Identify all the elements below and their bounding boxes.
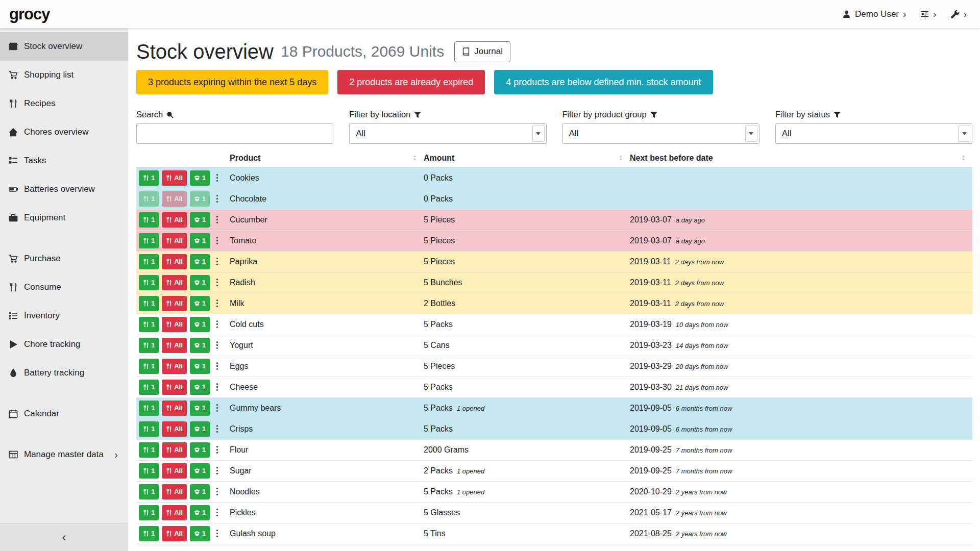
status-select[interactable]: All <box>775 123 972 144</box>
consume-one-button[interactable]: 1 <box>139 442 159 458</box>
consume-one-button[interactable]: 1 <box>139 400 159 416</box>
alert-warning[interactable]: 3 products expiring within the next 5 da… <box>136 70 328 94</box>
consume-one-button[interactable]: 1 <box>139 296 159 311</box>
consume-all-button[interactable]: All <box>162 505 187 520</box>
row-menu-button[interactable] <box>216 278 218 287</box>
col-product[interactable]: Product <box>230 149 424 167</box>
row-menu-button[interactable] <box>216 424 218 433</box>
consume-one-button[interactable]: 1 <box>139 505 159 520</box>
open-one-button[interactable]: 1 <box>190 212 210 228</box>
row-menu-button[interactable] <box>216 404 218 412</box>
row-menu-button[interactable] <box>216 257 218 266</box>
sidebar-item-equipment[interactable]: Equipment <box>0 204 128 232</box>
product-group-select[interactable]: All <box>562 123 760 144</box>
consume-all-button[interactable]: All <box>162 380 187 395</box>
open-one-button[interactable]: 1 <box>190 442 210 458</box>
journal-button[interactable]: Journal <box>454 41 510 62</box>
consume-all-button[interactable]: All <box>162 359 187 374</box>
sidebar-item-consume[interactable]: Consume <box>0 273 128 302</box>
open-one-button[interactable]: 1 <box>190 296 210 311</box>
row-menu-button[interactable] <box>216 194 218 203</box>
consume-one-button[interactable]: 1 <box>139 359 159 374</box>
row-menu-button[interactable] <box>216 445 218 454</box>
open-one-button[interactable]: 1 <box>190 359 210 374</box>
consume-all-button[interactable]: All <box>162 484 187 499</box>
consume-all-button[interactable]: All <box>162 463 187 479</box>
alert-info[interactable]: 4 products are below defined min. stock … <box>494 70 713 94</box>
sidebar-item-tasks[interactable]: Tasks <box>0 146 128 175</box>
consume-one-button[interactable]: 1 <box>139 338 159 353</box>
row-menu-button[interactable] <box>216 299 218 308</box>
open-one-button[interactable]: 1 <box>190 233 210 248</box>
settings-menu[interactable]: › <box>920 9 936 19</box>
admin-menu[interactable]: › <box>951 9 967 19</box>
row-menu-button[interactable] <box>216 320 218 329</box>
row-menu-button[interactable] <box>216 529 218 538</box>
sidebar-item-calendar[interactable]: Calendar <box>0 399 128 428</box>
consume-all-button[interactable]: All <box>162 170 187 186</box>
sidebar-item-shopping-list[interactable]: Shopping list <box>0 61 128 89</box>
consume-one-button[interactable]: 1 <box>139 463 159 479</box>
open-one-button[interactable]: 1 <box>190 317 210 332</box>
sidebar-item-stock-overview[interactable]: Stock overview <box>0 32 128 61</box>
consume-one-button[interactable]: 1 <box>139 254 159 269</box>
consume-all-button[interactable]: All <box>162 442 187 458</box>
consume-all-button[interactable]: All <box>162 338 187 353</box>
open-one-button[interactable]: 1 <box>190 484 210 499</box>
consume-one-button[interactable]: 1 <box>139 317 159 332</box>
consume-all-button[interactable]: All <box>162 191 187 207</box>
consume-all-button[interactable]: All <box>162 254 187 269</box>
consume-one-button[interactable]: 1 <box>139 484 159 499</box>
consume-one-button[interactable]: 1 <box>139 191 159 207</box>
consume-one-button[interactable]: 1 <box>139 212 159 228</box>
location-select[interactable]: All <box>349 123 546 144</box>
consume-all-button[interactable]: All <box>162 296 187 311</box>
open-one-button[interactable]: 1 <box>190 526 210 541</box>
row-menu-button[interactable] <box>216 236 218 245</box>
consume-one-button[interactable]: 1 <box>139 380 159 395</box>
user-menu[interactable]: Demo User › <box>842 9 906 19</box>
consume-all-button[interactable]: All <box>162 526 187 541</box>
row-menu-button[interactable] <box>216 173 218 182</box>
open-one-button[interactable]: 1 <box>190 380 210 395</box>
consume-one-button[interactable]: 1 <box>139 233 159 248</box>
consume-all-button[interactable]: All <box>162 233 187 248</box>
row-menu-button[interactable] <box>216 487 218 496</box>
open-one-button[interactable]: 1 <box>190 463 210 479</box>
row-menu-button[interactable] <box>216 508 218 517</box>
consume-one-button[interactable]: 1 <box>139 526 159 541</box>
open-one-button[interactable]: 1 <box>190 275 210 290</box>
consume-all-button[interactable]: All <box>162 275 187 290</box>
row-menu-button[interactable] <box>216 466 218 475</box>
col-best-before-date[interactable]: Next best before date <box>630 149 972 167</box>
consume-one-button[interactable]: 1 <box>139 421 159 437</box>
consume-all-button[interactable]: All <box>162 317 187 332</box>
sidebar-collapse-button[interactable]: ‹ <box>0 523 128 551</box>
sidebar-item-chore-tracking[interactable]: Chore tracking <box>0 330 128 359</box>
sidebar-item-purchase[interactable]: Purchase <box>0 244 128 273</box>
sidebar-item-recipes[interactable]: Recipes <box>0 89 128 118</box>
row-menu-button[interactable] <box>216 362 218 370</box>
open-one-button[interactable]: 1 <box>190 254 210 269</box>
search-input[interactable] <box>136 123 333 144</box>
row-menu-button[interactable] <box>216 383 218 391</box>
open-one-button[interactable]: 1 <box>190 191 210 207</box>
consume-one-button[interactable]: 1 <box>139 170 159 186</box>
sidebar-item-chores-overview[interactable]: Chores overview <box>0 118 128 146</box>
open-one-button[interactable]: 1 <box>190 400 210 416</box>
row-menu-button[interactable] <box>216 341 218 349</box>
open-one-button[interactable]: 1 <box>190 170 210 186</box>
row-menu-button[interactable] <box>216 215 218 224</box>
sidebar-item-battery-tracking[interactable]: Battery tracking <box>0 359 128 387</box>
open-one-button[interactable]: 1 <box>190 421 210 437</box>
consume-one-button[interactable]: 1 <box>139 275 159 290</box>
consume-all-button[interactable]: All <box>162 400 187 416</box>
open-one-button[interactable]: 1 <box>190 505 210 520</box>
consume-all-button[interactable]: All <box>162 212 187 228</box>
brand-logo[interactable]: grocy <box>9 5 50 23</box>
consume-all-button[interactable]: All <box>162 421 187 437</box>
open-one-button[interactable]: 1 <box>190 338 210 353</box>
col-amount[interactable]: Amount <box>424 149 630 167</box>
sidebar-item-batteries-overview[interactable]: Batteries overview <box>0 175 128 204</box>
alert-danger[interactable]: 2 products are already expired <box>337 70 485 94</box>
